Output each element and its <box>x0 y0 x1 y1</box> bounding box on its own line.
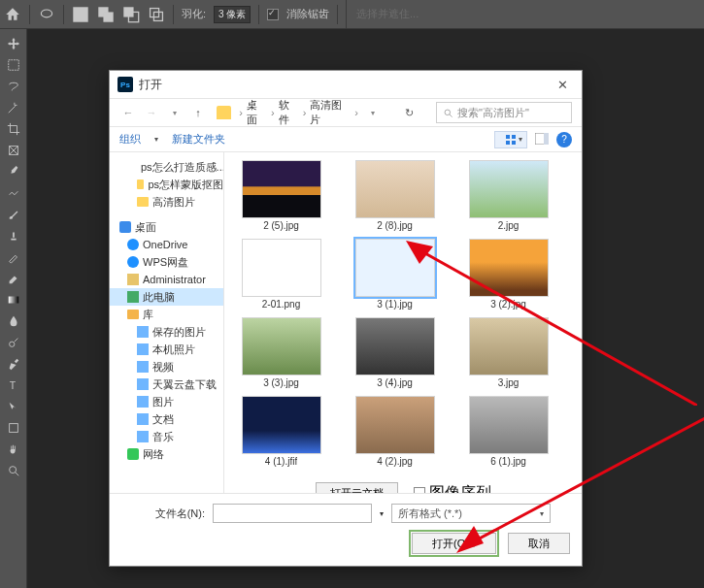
history-brush-icon[interactable] <box>2 246 25 267</box>
svg-rect-22 <box>512 135 516 139</box>
eraser-tool-icon[interactable] <box>2 268 25 288</box>
select-and-mask-button[interactable]: 选择并遮住... <box>346 0 428 28</box>
file-item[interactable]: 2 (5).jpg <box>230 160 332 231</box>
blur-tool-icon[interactable] <box>2 310 25 331</box>
selection-new-icon[interactable] <box>72 6 89 23</box>
tree-item-thispc[interactable]: 此电脑 <box>110 288 223 306</box>
frame-tool-icon[interactable] <box>2 140 25 160</box>
tree-item[interactable]: 视频 <box>110 358 223 376</box>
pen-tool-icon[interactable] <box>2 353 25 374</box>
tree-item[interactable]: 库 <box>110 306 223 323</box>
dodge-tool-icon[interactable] <box>2 332 25 352</box>
close-icon[interactable]: ✕ <box>551 75 574 94</box>
file-item[interactable]: 2 (8).jpg <box>344 160 446 231</box>
gradient-tool-icon[interactable] <box>2 289 25 310</box>
organize-button[interactable]: 组织 <box>119 132 141 147</box>
tree-item[interactable]: Administrator <box>110 271 223 288</box>
dialog-titlebar[interactable]: Ps 打开 ✕ <box>110 71 582 98</box>
tree-item[interactable]: 音乐 <box>110 428 223 445</box>
file-item[interactable]: 3.jpg <box>457 317 559 388</box>
svg-rect-26 <box>544 133 549 145</box>
file-item[interactable]: 4 (2).jpg <box>344 396 446 467</box>
breadcrumb[interactable]: › 桌面 › 软件 › 高清图片 › <box>213 98 358 127</box>
help-icon[interactable]: ? <box>556 132 572 147</box>
open-file-dialog: Ps 打开 ✕ ← → ▾ ↑ › 桌面 › 软件 › 高清图片 › ▾ ↻ 搜… <box>109 70 583 567</box>
zoom-tool-icon[interactable] <box>2 460 25 480</box>
file-grid[interactable]: 2 (5).jpg 2 (8).jpg 2.jpg 2-01.png 3 (1)… <box>224 152 582 493</box>
tree-item[interactable]: 文档 <box>110 410 223 428</box>
separator <box>29 5 30 24</box>
breadcrumb-seg[interactable]: 软件 <box>279 98 299 127</box>
nav-back-icon[interactable]: ← <box>119 104 137 121</box>
lasso-tool-icon[interactable] <box>2 76 25 96</box>
file-item[interactable]: 2-01.png <box>230 239 332 310</box>
path-tool-icon[interactable] <box>2 396 25 416</box>
tree-item-desktop[interactable]: 桌面 <box>110 218 223 236</box>
marquee-tool-icon[interactable] <box>2 54 25 75</box>
nav-up-icon[interactable]: ↑ <box>189 104 207 121</box>
tree-item[interactable]: OneDrive <box>110 236 223 253</box>
cancel-button[interactable]: 取消 <box>508 533 570 554</box>
new-folder-button[interactable]: 新建文件夹 <box>172 132 225 147</box>
refresh-icon[interactable]: ↻ <box>399 103 419 122</box>
breadcrumb-dropdown-icon[interactable]: ▾ <box>364 104 382 121</box>
separator <box>63 5 64 24</box>
tree-item[interactable]: 高清图片 <box>110 193 223 211</box>
filename-input[interactable] <box>213 504 372 523</box>
file-item[interactable]: 3 (2).jpg <box>457 239 559 310</box>
tree-item[interactable]: ps怎样蒙版抠图 <box>110 176 223 193</box>
crop-tool-icon[interactable] <box>2 118 25 139</box>
file-item-selected[interactable]: 3 (1).jpg <box>344 239 446 310</box>
move-tool-icon[interactable] <box>2 33 25 53</box>
type-tool-icon[interactable]: T <box>2 375 25 395</box>
chevron-down-icon[interactable]: ▾ <box>166 104 184 121</box>
tree-item[interactable]: WPS网盘 <box>110 253 223 271</box>
tree-item[interactable]: 图片 <box>110 393 223 410</box>
breadcrumb-seg[interactable]: 高清图片 <box>310 98 351 127</box>
svg-rect-8 <box>8 59 18 70</box>
hand-tool-icon[interactable] <box>2 439 25 459</box>
svg-rect-12 <box>8 296 18 303</box>
file-item[interactable]: 2.jpg <box>457 160 559 231</box>
nav-forward-icon[interactable]: → <box>143 104 160 121</box>
tree-item[interactable]: ps怎么打造质感... <box>110 158 223 176</box>
file-item[interactable]: 3 (4).jpg <box>344 317 446 388</box>
search-placeholder: 搜索"高清图片" <box>457 106 529 120</box>
file-item[interactable]: 4 (1).jfif <box>230 396 332 467</box>
file-item[interactable]: 6 (1).jpg <box>457 396 559 467</box>
feather-label: 羽化: <box>182 7 206 21</box>
chevron-down-icon: ▾ <box>472 540 476 549</box>
open-cloud-button[interactable]: 打开云文档 <box>316 482 398 493</box>
dialog-command-bar: 组织▾ 新建文件夹 ▾ ? <box>110 127 582 152</box>
heal-tool-icon[interactable] <box>2 182 25 203</box>
selection-intersect-icon[interactable] <box>148 6 165 23</box>
anti-alias-checkbox[interactable] <box>267 9 279 20</box>
breadcrumb-seg[interactable]: 桌面 <box>247 98 267 127</box>
eyedropper-tool-icon[interactable] <box>2 161 25 181</box>
stamp-tool-icon[interactable] <box>2 225 25 245</box>
wand-tool-icon[interactable] <box>2 97 25 117</box>
shape-tool-icon[interactable] <box>2 417 25 438</box>
tree-item[interactable]: 网络 <box>110 445 223 463</box>
svg-line-18 <box>15 472 18 475</box>
open-button[interactable]: 打开(O) ▾ <box>412 533 496 554</box>
search-input[interactable]: 搜索"高清图片" <box>436 102 572 123</box>
selection-add-icon[interactable] <box>97 6 115 23</box>
tree-item[interactable]: 天翼云盘下载 <box>110 376 223 393</box>
tree-item[interactable]: 保存的图片 <box>110 323 223 341</box>
file-type-combo[interactable]: 所有格式 (*.*) ▾ <box>391 504 551 523</box>
lasso-icon[interactable] <box>38 6 55 23</box>
tree-item[interactable]: 本机照片 <box>110 341 223 358</box>
selection-subtract-icon[interactable] <box>122 6 140 23</box>
svg-rect-24 <box>512 141 516 145</box>
preview-pane-icon[interactable] <box>535 133 549 147</box>
separator <box>337 5 338 24</box>
home-icon[interactable] <box>4 6 21 23</box>
ps-app-icon: Ps <box>117 77 133 92</box>
chevron-down-icon[interactable]: ▾ <box>380 509 384 518</box>
file-item[interactable]: 3 (3).jpg <box>230 317 332 388</box>
brush-tool-icon[interactable] <box>2 204 25 224</box>
folder-tree[interactable]: ps怎么打造质感... ps怎样蒙版抠图 高清图片 桌面 OneDrive WP… <box>110 152 224 493</box>
feather-input[interactable] <box>214 6 251 23</box>
view-mode-button[interactable]: ▾ <box>494 131 527 148</box>
